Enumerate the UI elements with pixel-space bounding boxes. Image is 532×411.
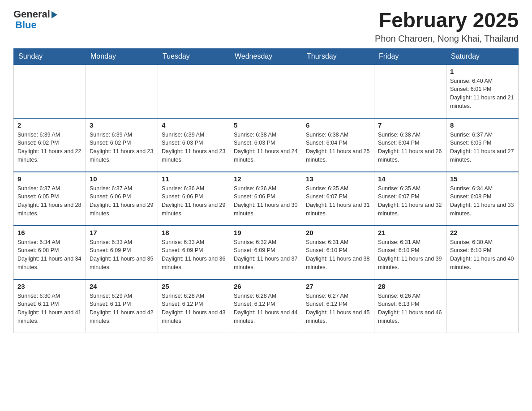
calendar-cell: 14Sunrise: 6:35 AMSunset: 6:07 PMDayligh… [374,172,446,226]
weekday-header-monday: Monday [86,48,158,64]
day-info: Sunrise: 6:35 AMSunset: 6:07 PMDaylight:… [378,184,442,218]
day-info: Sunrise: 6:36 AMSunset: 6:06 PMDaylight:… [234,184,298,218]
day-number: 6 [306,121,370,129]
day-info: Sunrise: 6:28 AMSunset: 6:12 PMDaylight:… [162,292,226,325]
calendar-header-row: SundayMondayTuesdayWednesdayThursdayFrid… [14,48,519,64]
day-info: Sunrise: 6:33 AMSunset: 6:09 PMDaylight:… [162,238,226,272]
calendar-cell: 9Sunrise: 6:37 AMSunset: 6:05 PMDaylight… [14,172,86,226]
day-number: 3 [90,121,154,129]
calendar-cell [446,279,519,333]
day-number: 2 [17,121,82,129]
day-info: Sunrise: 6:34 AMSunset: 6:08 PMDaylight:… [17,238,82,272]
calendar-cell: 4Sunrise: 6:39 AMSunset: 6:03 PMDaylight… [158,118,230,172]
calendar-cell: 18Sunrise: 6:33 AMSunset: 6:09 PMDayligh… [158,226,230,279]
day-number: 19 [234,229,298,236]
day-number: 15 [450,175,515,183]
day-number: 20 [306,229,370,236]
day-number: 9 [17,175,82,183]
day-info: Sunrise: 6:38 AMSunset: 6:04 PMDaylight:… [306,131,370,164]
day-info: Sunrise: 6:37 AMSunset: 6:05 PMDaylight:… [17,184,82,218]
day-info: Sunrise: 6:33 AMSunset: 6:09 PMDaylight:… [90,238,154,272]
day-number: 18 [162,229,226,236]
week-row-5: 23Sunrise: 6:30 AMSunset: 6:11 PMDayligh… [14,279,519,333]
day-number: 5 [234,121,298,129]
month-title: February 2025 [375,9,519,32]
logo-general-text: General [13,9,50,20]
calendar-cell: 8Sunrise: 6:37 AMSunset: 6:05 PMDaylight… [446,118,519,172]
calendar-cell: 28Sunrise: 6:26 AMSunset: 6:13 PMDayligh… [374,279,446,333]
calendar-cell: 3Sunrise: 6:39 AMSunset: 6:02 PMDaylight… [86,118,158,172]
weekday-header-sunday: Sunday [14,48,86,64]
calendar-cell: 25Sunrise: 6:28 AMSunset: 6:12 PMDayligh… [158,279,230,333]
day-info: Sunrise: 6:38 AMSunset: 6:04 PMDaylight:… [378,131,442,164]
calendar-cell: 5Sunrise: 6:38 AMSunset: 6:03 PMDaylight… [230,118,302,172]
day-number: 23 [17,283,82,290]
weekday-header-wednesday: Wednesday [230,48,302,64]
day-number: 13 [306,175,370,183]
title-block: February 2025 Phon Charoen, Nong Khai, T… [375,9,519,44]
day-number: 12 [234,175,298,183]
calendar-cell: 12Sunrise: 6:36 AMSunset: 6:06 PMDayligh… [230,172,302,226]
day-info: Sunrise: 6:26 AMSunset: 6:13 PMDaylight:… [378,292,442,325]
calendar-cell: 19Sunrise: 6:32 AMSunset: 6:09 PMDayligh… [230,226,302,279]
calendar-cell: 22Sunrise: 6:30 AMSunset: 6:10 PMDayligh… [446,226,519,279]
calendar-cell: 26Sunrise: 6:28 AMSunset: 6:12 PMDayligh… [230,279,302,333]
calendar-cell [230,64,302,118]
calendar-cell [374,64,446,118]
day-info: Sunrise: 6:39 AMSunset: 6:03 PMDaylight:… [162,131,226,164]
calendar-table: SundayMondayTuesdayWednesdayThursdayFrid… [13,48,519,334]
day-info: Sunrise: 6:27 AMSunset: 6:12 PMDaylight:… [306,292,370,325]
logo: General Blue [13,9,57,30]
day-number: 4 [162,121,226,129]
calendar-cell: 1Sunrise: 6:40 AMSunset: 6:01 PMDaylight… [446,64,519,118]
calendar-cell: 16Sunrise: 6:34 AMSunset: 6:08 PMDayligh… [14,226,86,279]
day-info: Sunrise: 6:28 AMSunset: 6:12 PMDaylight:… [234,292,298,325]
day-info: Sunrise: 6:36 AMSunset: 6:06 PMDaylight:… [162,184,226,218]
calendar-cell: 17Sunrise: 6:33 AMSunset: 6:09 PMDayligh… [86,226,158,279]
day-info: Sunrise: 6:29 AMSunset: 6:11 PMDaylight:… [90,292,154,325]
calendar-cell: 24Sunrise: 6:29 AMSunset: 6:11 PMDayligh… [86,279,158,333]
day-number: 28 [378,283,442,290]
day-number: 14 [378,175,442,183]
week-row-1: 1Sunrise: 6:40 AMSunset: 6:01 PMDaylight… [14,64,519,118]
calendar-cell: 11Sunrise: 6:36 AMSunset: 6:06 PMDayligh… [158,172,230,226]
calendar-cell: 15Sunrise: 6:34 AMSunset: 6:08 PMDayligh… [446,172,519,226]
calendar-cell: 27Sunrise: 6:27 AMSunset: 6:12 PMDayligh… [302,279,374,333]
day-info: Sunrise: 6:30 AMSunset: 6:10 PMDaylight:… [450,238,515,272]
calendar-cell [302,64,374,118]
day-number: 17 [90,229,154,236]
calendar-cell [14,64,86,118]
day-number: 27 [306,283,370,290]
calendar-cell [86,64,158,118]
day-info: Sunrise: 6:37 AMSunset: 6:06 PMDaylight:… [90,184,154,218]
location-title: Phon Charoen, Nong Khai, Thailand [375,34,519,44]
calendar-cell: 6Sunrise: 6:38 AMSunset: 6:04 PMDaylight… [302,118,374,172]
day-info: Sunrise: 6:38 AMSunset: 6:03 PMDaylight:… [234,131,298,164]
weekday-header-tuesday: Tuesday [158,48,230,64]
week-row-4: 16Sunrise: 6:34 AMSunset: 6:08 PMDayligh… [14,226,519,279]
calendar-cell: 21Sunrise: 6:31 AMSunset: 6:10 PMDayligh… [374,226,446,279]
week-row-2: 2Sunrise: 6:39 AMSunset: 6:02 PMDaylight… [14,118,519,172]
day-info: Sunrise: 6:31 AMSunset: 6:10 PMDaylight:… [306,238,370,272]
weekday-header-thursday: Thursday [302,48,374,64]
day-info: Sunrise: 6:30 AMSunset: 6:11 PMDaylight:… [17,292,82,325]
calendar-cell: 13Sunrise: 6:35 AMSunset: 6:07 PMDayligh… [302,172,374,226]
calendar-cell: 20Sunrise: 6:31 AMSunset: 6:10 PMDayligh… [302,226,374,279]
day-number: 22 [450,229,515,236]
weekday-header-saturday: Saturday [446,48,519,64]
day-info: Sunrise: 6:39 AMSunset: 6:02 PMDaylight:… [17,131,82,164]
calendar-cell: 7Sunrise: 6:38 AMSunset: 6:04 PMDaylight… [374,118,446,172]
day-number: 24 [90,283,154,290]
day-number: 7 [378,121,442,129]
weekday-header-friday: Friday [374,48,446,64]
day-info: Sunrise: 6:35 AMSunset: 6:07 PMDaylight:… [306,184,370,218]
day-number: 21 [378,229,442,236]
day-info: Sunrise: 6:31 AMSunset: 6:10 PMDaylight:… [378,238,442,272]
day-number: 16 [17,229,82,236]
day-number: 26 [234,283,298,290]
logo-blue-text: Blue [15,20,57,30]
day-info: Sunrise: 6:40 AMSunset: 6:01 PMDaylight:… [450,77,515,111]
day-number: 1 [450,68,515,75]
day-number: 25 [162,283,226,290]
calendar-cell [158,64,230,118]
